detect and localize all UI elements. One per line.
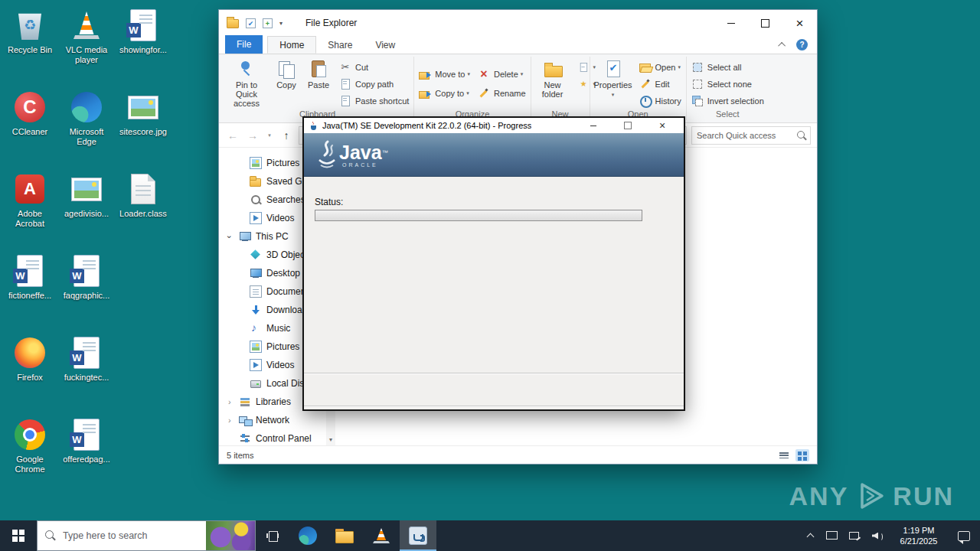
- rename-button[interactable]: Rename: [474, 84, 530, 103]
- expander-chevron-icon: [228, 435, 239, 443]
- action-center-button[interactable]: [948, 520, 980, 551]
- properties-button[interactable]: Properties▾: [591, 56, 635, 99]
- java-installer-icon: [409, 527, 427, 545]
- network-tray-icon[interactable]: [849, 531, 861, 541]
- ccleaner-icon: [15, 92, 45, 122]
- task-view-button[interactable]: [256, 520, 289, 551]
- word-document-icon: [17, 255, 43, 287]
- select-none-button[interactable]: Select none: [688, 76, 768, 92]
- desktop-icon-label: VLC media player: [59, 45, 114, 65]
- forward-button[interactable]: [245, 129, 260, 142]
- taskbar-vlc-button[interactable]: [363, 520, 400, 551]
- desktop-icon-adobe-acrobat[interactable]: Adobe Acrobat: [2, 167, 58, 249]
- search-highlight-image[interactable]: [206, 521, 255, 550]
- paste-shortcut-button[interactable]: Paste shortcut: [335, 93, 413, 109]
- desktop-icon-microsoft-edge[interactable]: Microsoft Edge: [58, 85, 115, 167]
- delete-button[interactable]: Delete▾: [474, 65, 530, 83]
- tab-bar-right: [780, 39, 817, 54]
- ribbon-group-clipboard: Pin to Quick access Copy Paste Cut Copy …: [222, 54, 413, 122]
- dialog-titlebar[interactable]: Java(TM) SE Development Kit 22.0.2 (64-b…: [304, 118, 684, 133]
- history-button[interactable]: History: [635, 93, 685, 109]
- explorer-titlebar[interactable]: ▾ File Explorer: [219, 10, 817, 36]
- cut-button[interactable]: Cut: [335, 59, 413, 75]
- copy-button[interactable]: Copy: [271, 56, 302, 90]
- qat-new-folder-icon[interactable]: [263, 18, 273, 28]
- hidden-icons-chevron-icon[interactable]: [807, 532, 815, 540]
- tab-file[interactable]: File: [225, 35, 263, 54]
- new-folder-button[interactable]: New folder: [532, 56, 573, 99]
- sidebar-item-control-panel[interactable]: Control Panel: [219, 429, 335, 445]
- expander-chevron-icon[interactable]: [228, 416, 239, 425]
- open-icon: [639, 61, 652, 73]
- taskbar-explorer-button[interactable]: [326, 520, 363, 551]
- help-icon[interactable]: [796, 39, 808, 51]
- dialog-window-controls: [587, 119, 679, 132]
- chrome-icon: [15, 419, 45, 450]
- select-all-button[interactable]: Select all: [688, 59, 768, 75]
- desktop-icon-fuckingtec[interactable]: fuckingtec...: [58, 331, 115, 412]
- taskbar-clock[interactable]: 1:19 PM 6/21/2025: [890, 520, 948, 551]
- dialog-minimize-button[interactable]: [587, 119, 599, 132]
- easy-access-button[interactable]: ▾: [573, 76, 589, 92]
- dialog-body: Status:: [304, 177, 684, 409]
- paste-button[interactable]: Paste: [302, 56, 335, 90]
- up-button[interactable]: [279, 129, 294, 142]
- display-tray-icon[interactable]: [826, 531, 838, 541]
- invert-selection-icon: [691, 95, 704, 107]
- back-button[interactable]: [225, 129, 240, 142]
- image-file-icon: [128, 96, 158, 119]
- delete-icon: [478, 68, 490, 80]
- recent-locations-chevron-icon[interactable]: [265, 132, 274, 139]
- new-item-button[interactable]: ▾: [573, 59, 589, 75]
- desktop-icon-label: sitescore.jpg: [119, 127, 167, 137]
- qat-customize-chevron-icon[interactable]: ▾: [279, 20, 283, 27]
- pin-to-quick-access-button[interactable]: Pin to Quick access: [222, 56, 271, 108]
- copy-path-button[interactable]: Copy path: [335, 76, 413, 92]
- ribbon-separator: [531, 57, 531, 120]
- large-icons-view-button[interactable]: [795, 449, 809, 461]
- open-button[interactable]: Open▾: [635, 59, 685, 75]
- desktop-icon-sitescore[interactable]: sitescore.jpg: [115, 85, 172, 167]
- desktop-icon-label: Firefox: [17, 373, 43, 383]
- collapse-ribbon-icon[interactable]: [778, 42, 786, 50]
- desktop-icon-ccleaner[interactable]: CCleaner: [2, 85, 58, 167]
- tab-share[interactable]: Share: [316, 36, 364, 54]
- qat-properties-icon[interactable]: [246, 18, 256, 28]
- taskbar-java-installer-button[interactable]: [400, 520, 436, 551]
- desktop-icon-loader-class[interactable]: Loader.class: [115, 167, 172, 249]
- desktop-icon-agedivisio[interactable]: agedivisio...: [58, 167, 115, 249]
- minimize-button[interactable]: [714, 10, 748, 36]
- desktop-icon-firefox[interactable]: Firefox: [2, 331, 58, 412]
- desktop-icon-faqgraphic[interactable]: faqgraphic...: [58, 249, 115, 331]
- move-to-button[interactable]: Move to▾: [415, 65, 474, 83]
- expander-chevron-icon[interactable]: [228, 398, 239, 406]
- desktop-icon-fictioneffe[interactable]: fictioneffe...: [2, 249, 58, 331]
- dialog-maximize-button[interactable]: [622, 119, 634, 132]
- acrobat-icon: [15, 174, 44, 204]
- taskbar-edge-button[interactable]: [289, 520, 326, 551]
- close-button[interactable]: [782, 10, 817, 36]
- explorer-search-box[interactable]: [691, 126, 811, 145]
- start-button[interactable]: [0, 520, 37, 551]
- tab-view[interactable]: View: [364, 36, 407, 54]
- desktop-icon-vlc[interactable]: VLC media player: [58, 3, 115, 85]
- maximize-button[interactable]: [748, 10, 782, 36]
- desktop-icon-offeredpag[interactable]: offeredpag...: [58, 412, 115, 494]
- dialog-close-button[interactable]: [656, 119, 668, 132]
- volume-tray-icon[interactable]: [872, 531, 884, 541]
- invert-selection-button[interactable]: Invert selection: [688, 93, 768, 109]
- tab-home[interactable]: Home: [267, 36, 316, 54]
- details-view-button[interactable]: [777, 449, 791, 461]
- expander-chevron-icon[interactable]: [228, 233, 239, 241]
- desktop-icon-recycle-bin[interactable]: Recycle Bin: [2, 3, 58, 85]
- explorer-search-input[interactable]: [697, 131, 796, 140]
- move-to-icon: [419, 68, 431, 80]
- desktop-icon-showingfor[interactable]: showingfor...: [115, 3, 172, 85]
- edit-button[interactable]: Edit: [635, 76, 685, 92]
- scroll-down-icon[interactable]: [326, 435, 335, 445]
- desktop-icon-google-chrome[interactable]: Google Chrome: [2, 412, 58, 494]
- pictures-icon: [250, 157, 262, 169]
- copy-to-button[interactable]: Copy to▾: [415, 84, 474, 103]
- sidebar-item-network[interactable]: Network: [219, 411, 335, 429]
- taskbar-search-box[interactable]: [37, 520, 256, 551]
